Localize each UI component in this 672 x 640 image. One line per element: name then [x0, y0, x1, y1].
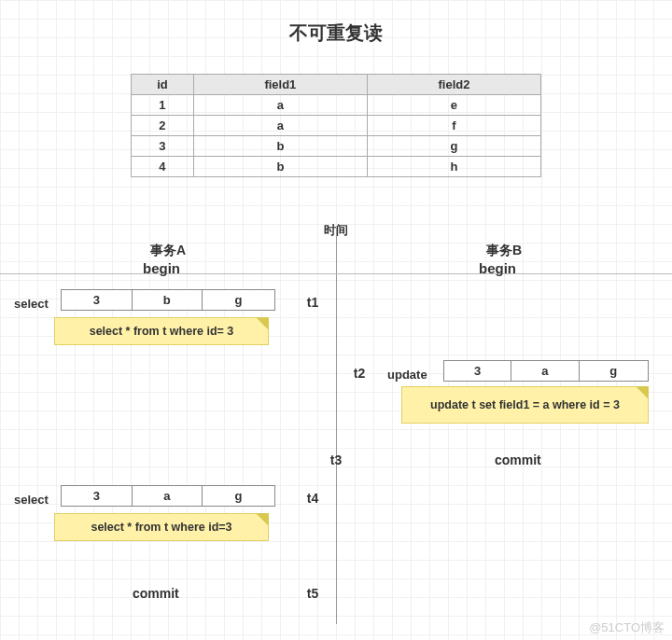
sql-note-a-t1: select * from t where id= 3	[54, 317, 269, 345]
step-t3: t3	[322, 452, 350, 467]
txn-a-commit: commit	[133, 586, 179, 601]
initial-data-table: id field1 field2 1ae 2af 3bg 4bh	[131, 74, 541, 177]
table-row: 1ae	[132, 95, 541, 116]
watermark: @51CTO博客	[589, 619, 665, 636]
sql-note-a-t4: select * from t where id=3	[54, 513, 269, 541]
sql-note-b-t2: update t set field1 = a where id = 3	[401, 386, 649, 424]
txn-a-begin: begin	[143, 260, 180, 276]
txn-a-label: 事务A	[131, 243, 205, 259]
timeline-horizontal-line	[0, 273, 672, 274]
step-t4: t4	[299, 491, 327, 506]
row-result-a-t1: 3bg	[61, 289, 275, 311]
col-id: id	[132, 75, 194, 95]
row-result-a-t4: 3ag	[61, 485, 275, 507]
step-t5: t5	[299, 586, 327, 601]
txn-b-commit: commit	[495, 452, 541, 467]
col-field2: field2	[367, 75, 540, 95]
table-row: 2af	[132, 116, 541, 136]
txn-b-begin: begin	[479, 260, 516, 276]
op-select-a-t1: select	[14, 297, 49, 311]
op-update-b-t2: update	[387, 368, 427, 382]
table-row: 4bh	[132, 157, 541, 177]
row-result-b-t2: 3ag	[443, 360, 649, 382]
op-select-a-t4: select	[14, 493, 49, 507]
table-header-row: id field1 field2	[132, 75, 541, 95]
table-row: 3bg	[132, 136, 541, 157]
col-field1: field1	[193, 75, 367, 95]
step-t1: t1	[299, 295, 327, 310]
step-t2: t2	[345, 366, 373, 381]
txn-b-label: 事务B	[467, 243, 541, 259]
timeline-vertical-line	[336, 228, 337, 624]
diagram-title: 不可重复读	[0, 0, 672, 46]
